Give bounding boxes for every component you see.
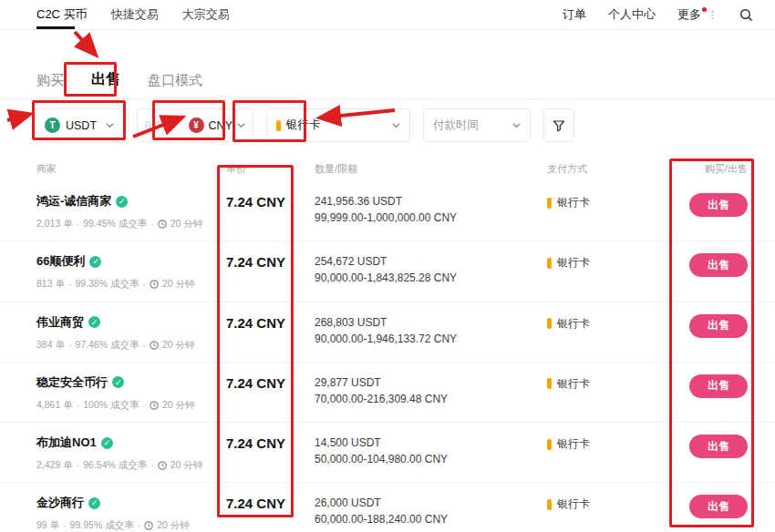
merchant-cell: 鸿运-诚信商家 ✓ 2,013 单 · 99.45% 成交率 · 20 分钟 <box>36 193 219 230</box>
merchant-cell: 66顺便利 ✓ 813 单 · 99.38% 成交率 · 20 分钟 <box>36 253 219 291</box>
fiat-select[interactable]: ¥ CNY <box>189 118 245 133</box>
offer-quantity: 29,877 USDT <box>315 374 547 391</box>
offer-limit: 90,000.00-1,843,825.28 CNY <box>315 270 547 286</box>
merchant-completion-rate: 99.95% 成交率 <box>70 519 134 532</box>
trade-tabs: 购买 出售 盘口模式 <box>0 30 775 99</box>
merchant-release-time: 20 分钟 <box>170 218 203 230</box>
usdt-icon: T <box>45 118 60 133</box>
header-qty-limit: 数量/限额 <box>315 162 547 176</box>
sell-button[interactable]: 出售 <box>689 193 748 217</box>
verified-badge-icon: ✓ <box>89 256 101 268</box>
amount-input[interactable] <box>145 119 176 132</box>
merchant-release-time: 20 分钟 <box>157 519 190 532</box>
sell-button[interactable]: 出售 <box>689 374 748 398</box>
payment-method-label: 银行卡 <box>557 316 590 332</box>
kebab-menu-icon: ⋮ <box>708 9 718 21</box>
bank-card-icon <box>547 198 552 209</box>
offer-limit: 60,000.00-188,240.00 CNY <box>315 511 547 527</box>
payment-cell: 银行卡 <box>547 314 672 332</box>
sell-button[interactable]: 出售 <box>689 253 748 277</box>
header-payment: 支付方式 <box>547 162 672 176</box>
merchant-order-count: 99 单 <box>36 519 59 532</box>
offer-quantity: 254,672 USDT <box>315 253 547 270</box>
payment-cell: 银行卡 <box>547 193 672 210</box>
clock-icon <box>158 461 167 470</box>
offer-limit: 70,000.00-216,309.48 CNY <box>315 391 547 407</box>
merchant-cell: 布加迪NO1 ✓ 2,429 单 · 96.54% 成交率 · 20 分钟 <box>36 435 219 472</box>
merchant-stats: 384 单 · 97.46% 成交率 · 20 分钟 <box>36 339 219 352</box>
nav-orders[interactable]: 订单 <box>563 6 586 23</box>
offer-quantity: 268,803 USDT <box>315 314 547 331</box>
pay-time-value: 付款时间 <box>433 118 479 133</box>
tab-buy[interactable]: 购买 <box>36 72 64 89</box>
clock-icon <box>158 220 167 229</box>
c2c-trade-page: C2C 买币 快捷交易 大宗交易 订单 个人中心 更多 ⋮ 购买 出售 盘口模式… <box>0 0 775 532</box>
advanced-filter-button[interactable] <box>543 108 574 142</box>
clock-icon <box>144 521 153 530</box>
header-action: 购买/出售 <box>672 162 748 176</box>
sell-button[interactable]: 出售 <box>689 495 748 518</box>
offer-quantity: 14,500 USDT <box>315 435 547 451</box>
sell-button[interactable]: 出售 <box>689 314 748 338</box>
fiat-select-value: CNY <box>209 119 232 132</box>
verified-badge-icon: ✓ <box>88 497 100 509</box>
payment-method-label: 银行卡 <box>557 496 590 512</box>
qty-limit-cell: 26,000 USDT 60,000.00-188,240.00 CNY <box>315 495 547 527</box>
merchant-name[interactable]: 金沙商行 <box>36 495 84 511</box>
bank-card-icon <box>547 378 552 389</box>
payment-method-select[interactable]: 银行卡 <box>266 108 410 142</box>
crypto-select[interactable]: T USDT <box>35 108 124 142</box>
qty-limit-cell: 268,803 USDT 90,000.00-1,946,133.72 CNY <box>315 314 547 347</box>
merchant-order-count: 384 单 <box>36 339 65 352</box>
qty-limit-cell: 29,877 USDT 70,000.00-216,309.48 CNY <box>315 374 547 407</box>
merchant-name[interactable]: 66顺便利 <box>36 253 85 270</box>
merchant-name[interactable]: 伟业商贸 <box>36 314 84 331</box>
merchant-order-count: 813 单 <box>36 278 65 291</box>
tab-orderbook[interactable]: 盘口模式 <box>148 72 202 89</box>
funnel-icon <box>553 119 565 132</box>
nav-block-trade[interactable]: 大宗交易 <box>182 6 230 23</box>
qty-limit-cell: 241,956.36 USDT 99,999.00-1,000,000.00 C… <box>315 193 547 226</box>
nav-more-label: 更多 <box>677 6 701 23</box>
merchant-stats: 2,429 单 · 96.54% 成交率 · 20 分钟 <box>36 459 219 472</box>
merchant-name[interactable]: 鸿运-诚信商家 <box>36 193 111 210</box>
pay-time-select[interactable]: 付款时间 <box>423 108 531 142</box>
nav-profile[interactable]: 个人中心 <box>608 6 656 23</box>
nav-more[interactable]: 更多 ⋮ <box>677 6 718 23</box>
merchant-completion-rate: 96.54% 成交率 <box>83 459 147 472</box>
bank-card-icon <box>547 499 552 510</box>
nav-c2c-buy[interactable]: C2C 买币 <box>36 6 88 23</box>
merchant-name[interactable]: 布加迪NO1 <box>36 435 97 451</box>
offer-limit: 90,000.00-1,946,133.72 CNY <box>315 331 547 347</box>
payment-method-label: 银行卡 <box>557 436 590 452</box>
offer-price: 7.24 CNY <box>219 193 315 210</box>
merchant-cell: 稳定安全币行 ✓ 4,861 单 · 100% 成交率 · 20 分钟 <box>36 374 219 412</box>
offer-limit: 50,000.00-104,980.00 CNY <box>315 451 547 467</box>
search-icon[interactable] <box>739 8 753 22</box>
merchant-completion-rate: 100% 成交率 <box>83 399 139 412</box>
offer-row: 稳定安全币行 ✓ 4,861 单 · 100% 成交率 · 20 分钟 7.24… <box>0 363 775 423</box>
verified-badge-icon: ✓ <box>101 437 113 449</box>
tab-sell[interactable]: 出售 <box>91 70 120 89</box>
nav-quick-trade[interactable]: 快捷交易 <box>111 6 159 23</box>
table-header-row: 商家 单价 数量/限额 支付方式 购买/出售 <box>0 151 775 181</box>
merchant-name[interactable]: 稳定安全币行 <box>36 374 108 391</box>
clock-icon <box>150 401 159 410</box>
sell-button[interactable]: 出售 <box>689 435 748 458</box>
verified-badge-icon: ✓ <box>88 316 100 328</box>
merchant-order-count: 4,861 单 <box>36 399 73 412</box>
merchant-stats: 4,861 单 · 100% 成交率 · 20 分钟 <box>36 399 219 412</box>
header-merchant: 商家 <box>36 162 219 176</box>
header-price: 单价 <box>219 162 315 176</box>
verified-badge-icon: ✓ <box>116 196 128 208</box>
payment-cell: 银行卡 <box>547 253 672 271</box>
top-navigation: C2C 买币 快捷交易 大宗交易 订单 个人中心 更多 ⋮ <box>0 0 775 30</box>
offer-quantity: 241,956.36 USDT <box>315 193 547 210</box>
payment-method-label: 银行卡 <box>557 255 590 271</box>
qty-limit-cell: 14,500 USDT 50,000.00-104,980.00 CNY <box>315 435 547 467</box>
merchant-completion-rate: 99.38% 成交率 <box>75 278 139 291</box>
merchant-completion-rate: 97.46% 成交率 <box>75 339 139 352</box>
filter-bar: T USDT ¥ CNY 银行卡 付款时间 <box>0 99 775 151</box>
payment-cell: 银行卡 <box>547 495 672 512</box>
merchant-cell: 伟业商贸 ✓ 384 单 · 97.46% 成交率 · 20 分钟 <box>36 314 219 352</box>
